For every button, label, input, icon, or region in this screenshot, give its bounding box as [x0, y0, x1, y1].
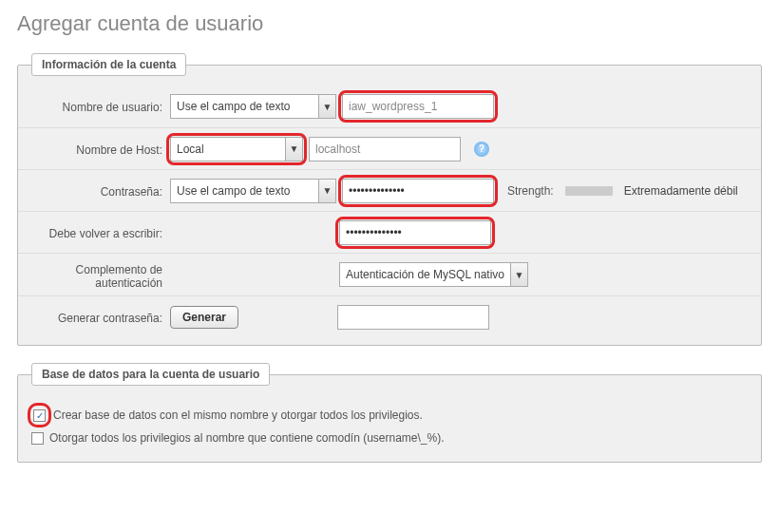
host-label: Nombre de Host: [18, 134, 170, 157]
auth-plugin-label: Complemento de autenticación [18, 259, 170, 290]
wildcard-label: Otorgar todos los privilegios al nombre … [49, 431, 445, 445]
create-db-label: Crear base de datos con el mismo nombre … [53, 408, 423, 422]
create-db-checkbox[interactable] [33, 409, 46, 422]
retype-input[interactable] [339, 220, 491, 245]
username-label: Nombre de usuario: [18, 91, 170, 114]
account-info-legend: Información de la cuenta [31, 53, 186, 76]
database-fieldset: Base de datos para la cuenta de usuario … [17, 363, 762, 463]
account-info-fieldset: Información de la cuenta Nombre de usuar… [17, 53, 762, 346]
chevron-down-icon: ▼ [510, 263, 527, 286]
username-mode-select[interactable]: Use el campo de texto ▼ [170, 94, 336, 119]
generate-label: Generar contraseña: [18, 302, 170, 325]
host-mode-select[interactable]: Local ▼ [170, 137, 303, 162]
password-label: Contraseña: [18, 176, 170, 199]
strength-text: Extremadamente débil [624, 184, 738, 198]
generate-button[interactable]: Generar [170, 306, 238, 329]
strength-bar [565, 186, 613, 196]
retype-label: Debe volver a escribir: [18, 218, 170, 240]
chevron-down-icon: ▼ [285, 138, 302, 161]
host-input[interactable] [309, 137, 461, 162]
host-mode-value: Local [171, 142, 285, 156]
page-title: Agregar cuenta de usuario [17, 11, 762, 36]
password-mode-select[interactable]: Use el campo de texto ▼ [170, 179, 336, 203]
help-icon[interactable]: ? [474, 142, 489, 157]
username-mode-value: Use el campo de texto [171, 100, 318, 113]
wildcard-checkbox[interactable] [31, 432, 44, 445]
password-mode-value: Use el campo de texto [171, 184, 318, 198]
database-legend: Base de datos para la cuenta de usuario [31, 363, 270, 386]
auth-plugin-select[interactable]: Autenticación de MySQL nativo ▼ [339, 262, 528, 287]
generated-password-input[interactable] [337, 305, 489, 330]
password-input[interactable] [342, 179, 494, 203]
strength-label: Strength: [507, 184, 554, 198]
auth-plugin-value: Autenticación de MySQL nativo [340, 268, 510, 281]
username-input[interactable] [342, 94, 494, 119]
chevron-down-icon: ▼ [318, 180, 335, 202]
chevron-down-icon: ▼ [318, 95, 335, 118]
